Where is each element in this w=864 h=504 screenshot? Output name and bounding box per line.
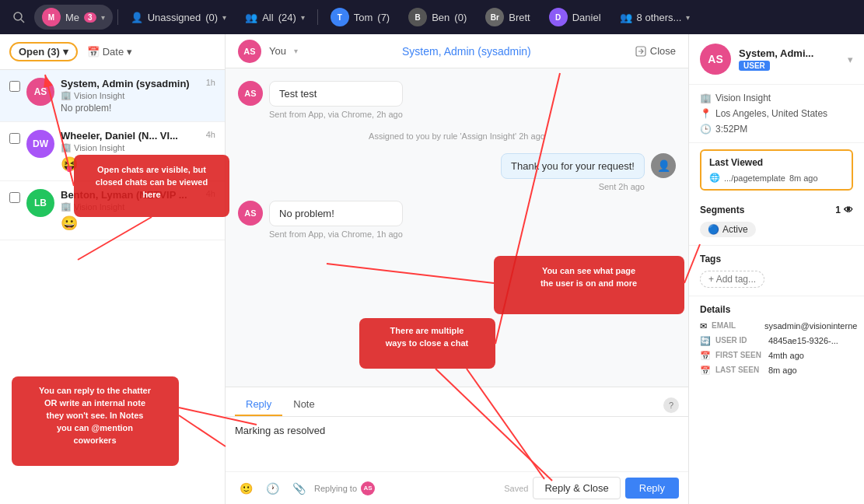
tags-section: Tags + Add tag... xyxy=(689,246,864,296)
conv-2-name: Wheeler, Daniel (N... VI... xyxy=(61,130,178,142)
nav-item-tom[interactable]: T Tom (7) xyxy=(323,5,397,30)
reply-input-area[interactable]: Marking as resolved xyxy=(226,417,688,471)
last-viewed-time: 8m ago xyxy=(789,173,818,183)
conv-3-name: Benton, Lyman (NETVIP ... xyxy=(61,189,187,201)
open-filter-label: Open (3) xyxy=(19,46,60,58)
nav-others-label: 8 others... xyxy=(637,12,682,23)
saved-status: Saved xyxy=(504,484,528,493)
ben-avatar: B xyxy=(408,8,427,26)
conversation-item[interactable]: DW Wheeler, Daniel (N... VI... 4h 🏢 Visi… xyxy=(0,122,225,181)
nav-item-ben[interactable]: B Ben (0) xyxy=(401,5,474,30)
reply-toolbar: 🙂 🕐 📎 Replying to AS Saved Reply & Close… xyxy=(226,471,688,504)
tags-title: Tags xyxy=(700,254,853,264)
userid-value: 4845ae15-9326-... xyxy=(768,336,838,345)
nav-item-brett[interactable]: Br Brett xyxy=(477,5,537,30)
contact-info: System, Admi... USER xyxy=(739,47,840,71)
search-icon[interactable] xyxy=(6,5,31,30)
clock-icon[interactable]: 🕐 xyxy=(261,478,283,499)
others-caret-icon: ▾ xyxy=(686,13,690,22)
conv-2-checkbox[interactable] xyxy=(9,133,20,144)
contact-name: System, Admi... xyxy=(739,47,840,59)
brett-avatar: Br xyxy=(485,8,504,26)
open-filter-badge[interactable]: Open (3) ▾ xyxy=(9,42,78,61)
replying-to-label: Replying to xyxy=(314,484,357,493)
last-viewed-section: Last Viewed 🌐 .../pagetemplate 8m ago xyxy=(700,149,853,191)
segment-chip: 🔵 Active xyxy=(700,222,853,237)
reply-tab[interactable]: Reply xyxy=(235,394,282,416)
first-seen-detail-row: 📅 FIRST SEEN 4mth ago xyxy=(700,351,853,361)
conv-2-time: 4h xyxy=(206,130,215,139)
reply-text[interactable]: Marking as resolved xyxy=(235,425,679,436)
last-seen-label: LAST SEEN xyxy=(715,366,764,374)
nav-ben-label: Ben xyxy=(432,12,449,23)
msg-3-bubble: No problem! xyxy=(269,201,403,226)
conv-3-checkbox[interactable] xyxy=(9,192,20,203)
system-message: Assigned to you by rule 'Assign Insight'… xyxy=(238,128,676,144)
conv-1-checkbox[interactable] xyxy=(9,81,20,92)
me-avatar: M xyxy=(42,8,61,26)
conv-1-content: System, Admin (sysadmin) 1h 🏢 Vision Ins… xyxy=(61,78,215,114)
conv-1-company: 🏢 Vision Insight xyxy=(61,90,215,100)
chat-header-caret: ▾ xyxy=(294,47,298,55)
nav-me-badge: 3 xyxy=(84,12,96,23)
all-caret-icon: ▾ xyxy=(301,13,305,22)
nav-item-others[interactable]: 👥 8 others... ▾ xyxy=(612,9,698,26)
last-seen-value: 8m ago xyxy=(768,366,797,375)
building-icon: 🏢 xyxy=(61,201,72,212)
close-button[interactable]: Close xyxy=(635,45,676,57)
conv-2-content: Wheeler, Daniel (N... VI... 4h 🏢 Vision … xyxy=(61,130,215,173)
contact-avatar: AS xyxy=(700,44,731,75)
nav-item-unassigned[interactable]: 👤 Unassigned (0) ▾ xyxy=(123,9,235,26)
nav-item-daniel[interactable]: D Daniel xyxy=(541,5,609,30)
reply-tabs: Reply Note ? xyxy=(226,387,688,417)
right-panel-header: AS System, Admi... USER ▾ xyxy=(689,34,864,85)
email-label: EMAIL xyxy=(712,321,760,330)
add-tag-button[interactable]: + Add tag... xyxy=(700,271,764,288)
first-seen-icon: 📅 xyxy=(700,351,711,361)
last-viewed-url: .../pagetemplate xyxy=(724,173,785,183)
segment-label: Active xyxy=(722,224,748,235)
nav-all-badge: (24) xyxy=(278,12,296,23)
note-tab[interactable]: Note xyxy=(282,394,325,416)
date-filter[interactable]: 📅 Date ▾ xyxy=(87,46,132,58)
contact-role-badge: USER xyxy=(739,61,770,71)
contact-menu-caret[interactable]: ▾ xyxy=(848,54,853,65)
conv-3-company: 🏢 Vision Insight xyxy=(61,201,215,212)
main-layout: Open (3) ▾ 📅 Date ▾ AS System, Admin (sy… xyxy=(0,34,864,504)
attachment-icon[interactable]: 📎 xyxy=(288,478,310,499)
nav-item-me[interactable]: M Me 3 ▾ xyxy=(34,5,113,30)
reply-close-button[interactable]: Reply & Close xyxy=(533,477,620,499)
date-filter-label: Date xyxy=(103,46,124,58)
svg-point-0 xyxy=(14,12,22,20)
open-filter-caret: ▾ xyxy=(63,46,68,58)
nav-item-all[interactable]: 👥 All (24) ▾ xyxy=(237,9,313,26)
nav-brett-label: Brett xyxy=(509,12,530,23)
building-icon: 🏢 xyxy=(700,93,711,103)
first-seen-label: FIRST SEEN xyxy=(715,351,764,359)
conv-1-avatar: AS xyxy=(26,78,54,106)
conv-2-preview: 😝 xyxy=(61,156,215,173)
reply-to-info: Replying to AS xyxy=(314,481,499,495)
unassigned-caret-icon: ▾ xyxy=(222,13,226,22)
reply-button[interactable]: Reply xyxy=(625,478,679,499)
last-viewed-title: Last Viewed xyxy=(709,157,844,168)
others-icon: 👥 xyxy=(620,12,632,23)
location-row: 📍 Los Angeles, United States xyxy=(700,108,853,119)
conversation-item[interactable]: AS System, Admin (sysadmin) 1h 🏢 Vision … xyxy=(0,70,225,122)
userid-icon: 🔄 xyxy=(700,336,711,346)
help-icon[interactable]: ? xyxy=(663,397,679,413)
segments-count: 1 👁 xyxy=(835,205,853,215)
right-panel: AS System, Admi... USER ▾ 🏢 Vision Insig… xyxy=(689,34,864,504)
chat-header: AS You ▾ System, Admin (sysadmin) Close xyxy=(226,34,688,68)
conv-2-company: 🏢 Vision Insight xyxy=(61,142,215,152)
last-seen-icon: 📅 xyxy=(700,366,711,376)
conversations-sidebar: Open (3) ▾ 📅 Date ▾ AS System, Admin (sy… xyxy=(0,34,226,504)
chat-header-contact: System, Admin (sysadmin) xyxy=(306,45,628,58)
nav-tom-badge: (7) xyxy=(377,12,390,23)
conv-3-avatar: LB xyxy=(26,189,54,217)
conversation-item[interactable]: LB Benton, Lyman (NETVIP ... 4h 🏢 Vision… xyxy=(0,181,225,240)
nav-divider-1 xyxy=(117,9,118,25)
emoji-icon[interactable]: 🙂 xyxy=(235,478,257,499)
msg-3-text: No problem! xyxy=(279,208,334,219)
calendar-icon: 📅 xyxy=(87,46,100,58)
